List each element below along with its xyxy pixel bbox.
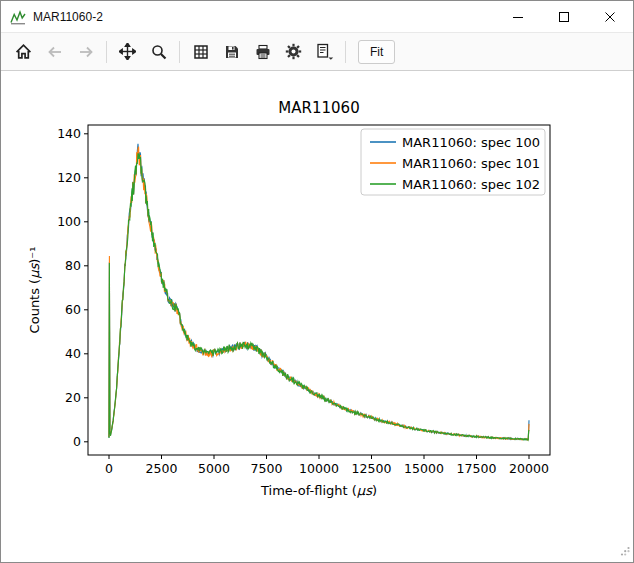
back-button[interactable] — [39, 37, 70, 66]
y-tick-label: 80 — [65, 258, 81, 273]
y-tick-label: 60 — [65, 302, 81, 317]
home-button[interactable] — [8, 37, 39, 66]
minimize-button[interactable] — [495, 1, 541, 32]
toolbar-separator — [345, 41, 346, 63]
y-tick-label: 140 — [57, 126, 81, 141]
mantid-logo-icon — [10, 9, 26, 25]
script-button[interactable] — [309, 37, 340, 66]
print-button[interactable] — [247, 37, 278, 66]
plot-window: MAR11060-2 — [0, 0, 634, 563]
resize-grip[interactable] — [620, 542, 630, 560]
mantid-logo-icon — [10, 9, 26, 25]
printer-icon — [255, 44, 271, 60]
customize-button[interactable] — [278, 37, 309, 66]
plot-canvas[interactable]: 0250050007500100001250015000175002000002… — [1, 71, 633, 562]
y-tick-label: 100 — [57, 214, 81, 229]
plot-svg[interactable]: 0250050007500100001250015000175002000002… — [1, 71, 633, 562]
y-axis-label: Counts (μs)⁻¹ — [27, 247, 42, 334]
resize-grip-icon — [620, 546, 630, 556]
home-icon — [15, 43, 32, 60]
generate-script-icon — [316, 43, 334, 60]
maximize-icon — [559, 12, 569, 22]
minimize-icon — [513, 12, 523, 22]
title-bar[interactable]: MAR11060-2 — [1, 1, 633, 32]
zoom-button[interactable] — [143, 37, 174, 66]
zoom-magnifier-icon — [151, 44, 167, 60]
chart-title: MAR11060 — [278, 99, 359, 117]
x-tick-label: 12500 — [352, 461, 392, 476]
x-tick-label: 0 — [105, 461, 113, 476]
grid-button[interactable] — [185, 37, 216, 66]
toolbar-separator — [179, 41, 180, 63]
legend-entry-label: MAR11060: spec 101 — [402, 156, 540, 171]
forward-arrow-icon — [78, 44, 94, 60]
save-button[interactable] — [216, 37, 247, 66]
x-tick-label: 2500 — [146, 461, 178, 476]
close-icon — [605, 12, 615, 22]
maximize-button[interactable] — [541, 1, 587, 32]
pan-button[interactable] — [112, 37, 143, 66]
forward-button[interactable] — [70, 37, 101, 66]
x-tick-label: 5000 — [198, 461, 230, 476]
x-axis-label: Time-of-flight (μs) — [260, 483, 377, 498]
x-tick-label: 17500 — [457, 461, 497, 476]
y-tick-label: 0 — [73, 434, 81, 449]
window-controls — [495, 1, 633, 32]
x-tick-label: 20000 — [509, 461, 549, 476]
legend-entry-label: MAR11060: spec 100 — [402, 135, 540, 150]
toolbar-separator — [106, 41, 107, 63]
x-tick-label: 15000 — [404, 461, 444, 476]
gear-icon — [285, 43, 302, 60]
y-tick-label: 20 — [65, 390, 81, 405]
close-button[interactable] — [587, 1, 633, 32]
back-arrow-icon — [47, 44, 63, 60]
plot-toolbar: Fit — [1, 32, 633, 71]
pan-arrows-icon — [119, 43, 136, 60]
save-floppy-icon — [224, 44, 240, 60]
x-tick-label: 7500 — [251, 461, 283, 476]
x-tick-label: 10000 — [299, 461, 339, 476]
fit-button[interactable]: Fit — [358, 40, 395, 64]
window-title: MAR11060-2 — [33, 10, 103, 24]
legend-entry-label: MAR11060: spec 102 — [402, 177, 540, 192]
grid-icon — [193, 44, 209, 60]
y-tick-label: 120 — [57, 170, 81, 185]
y-tick-label: 40 — [65, 346, 81, 361]
